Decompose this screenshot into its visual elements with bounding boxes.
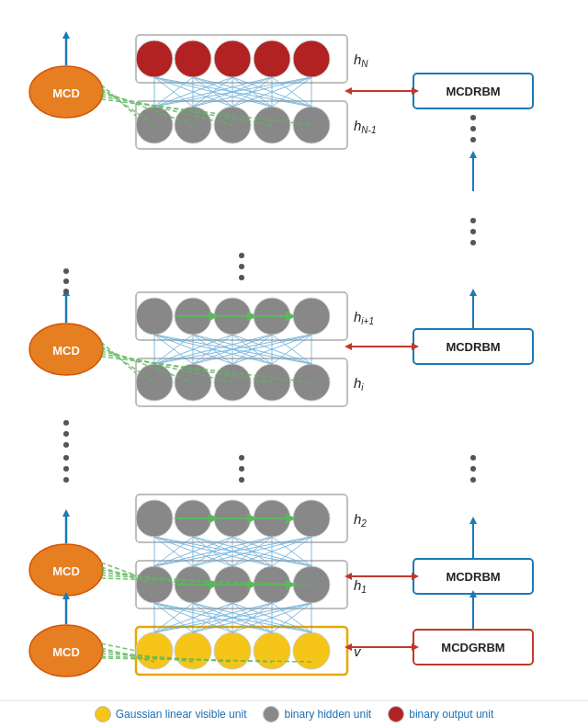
- svg-marker-169: [469, 517, 477, 524]
- svg-point-3: [136, 632, 173, 669]
- svg-point-192: [254, 40, 290, 77]
- svg-point-242: [63, 442, 69, 448]
- svg-point-244: [239, 264, 244, 269]
- svg-point-124: [293, 364, 330, 401]
- svg-point-5: [214, 632, 251, 669]
- svg-point-111: [63, 466, 69, 472]
- legend-yellow-circle: [95, 706, 111, 722]
- svg-point-173: [63, 268, 69, 274]
- svg-point-116: [239, 455, 244, 461]
- legend-output-label: binary output unit: [409, 708, 493, 721]
- svg-marker-89: [345, 573, 352, 580]
- legend-gaussian: Gaussian linear visible unit: [95, 706, 247, 722]
- svg-line-98: [101, 643, 136, 651]
- svg-point-183: [136, 107, 173, 143]
- svg-point-126: [136, 298, 173, 335]
- svg-point-175: [63, 289, 69, 294]
- svg-point-174: [63, 279, 69, 284]
- legend-binary-hidden: binary hidden unit: [263, 706, 371, 722]
- svg-point-227: [470, 240, 476, 245]
- mcd-top-label: MCD: [52, 86, 80, 100]
- svg-marker-233: [62, 31, 70, 39]
- svg-point-120: [136, 364, 173, 401]
- legend: Gaussian linear visible unit binary hidd…: [0, 706, 588, 722]
- mcdgrbm-label: MCDGRBM: [441, 641, 504, 654]
- svg-point-115: [470, 477, 476, 483]
- svg-point-241: [63, 431, 69, 437]
- mcdrbm-label-top: MCDRBM: [446, 85, 500, 98]
- svg-point-229: [470, 126, 476, 131]
- svg-point-225: [470, 218, 476, 223]
- mcdrbm-label-1: MCDRBM: [446, 570, 500, 584]
- mcd-middle-label: MCD: [52, 344, 80, 358]
- svg-point-114: [470, 466, 476, 472]
- svg-point-190: [175, 40, 211, 77]
- svg-point-245: [239, 275, 244, 280]
- legend-hidden-label: binary hidden unit: [284, 708, 371, 721]
- legend-red-circle: [388, 706, 404, 722]
- legend-binary-output: binary output unit: [388, 706, 493, 722]
- svg-point-191: [214, 40, 251, 77]
- label-h2: h2: [354, 511, 367, 529]
- label-hn: hN: [354, 51, 368, 69]
- svg-point-226: [470, 229, 476, 234]
- svg-point-13: [293, 566, 330, 603]
- svg-point-117: [239, 466, 244, 472]
- svg-marker-224: [469, 151, 477, 158]
- svg-point-189: [136, 40, 173, 77]
- svg-point-15: [136, 500, 173, 537]
- svg-point-19: [293, 500, 330, 537]
- svg-point-187: [293, 107, 330, 143]
- svg-point-118: [239, 477, 244, 483]
- svg-point-193: [293, 40, 330, 77]
- legend-gaussian-label: Gaussian linear visible unit: [116, 708, 247, 721]
- label-hi: hi: [354, 375, 364, 392]
- svg-marker-167: [469, 289, 477, 296]
- svg-point-113: [470, 455, 476, 461]
- svg-point-7: [293, 632, 330, 669]
- svg-point-130: [293, 298, 330, 335]
- legend-gray-circle: [263, 706, 279, 722]
- label-v: v: [354, 643, 362, 659]
- mcd-h1-label: MCD: [52, 564, 80, 578]
- label-hi1: hi+1: [354, 309, 374, 326]
- label-hn1: hN-1: [354, 118, 376, 135]
- svg-point-243: [239, 253, 244, 258]
- svg-point-110: [63, 455, 69, 461]
- mcd-bottom-label: MCD: [52, 645, 80, 659]
- svg-point-6: [254, 632, 290, 669]
- svg-point-112: [63, 477, 69, 483]
- svg-marker-222: [345, 87, 352, 95]
- svg-point-9: [136, 566, 173, 603]
- diagram-container: v h1 h2 MCDGRBM MCDRBM MCD MCD: [0, 0, 588, 728]
- svg-point-4: [175, 632, 211, 669]
- svg-point-228: [470, 115, 476, 120]
- svg-marker-165: [345, 343, 352, 350]
- svg-point-230: [470, 137, 476, 142]
- svg-point-240: [63, 420, 69, 426]
- mcdrbm-label-2: MCDRBM: [446, 340, 500, 354]
- svg-marker-97: [62, 509, 70, 517]
- label-h1: h1: [354, 577, 367, 595]
